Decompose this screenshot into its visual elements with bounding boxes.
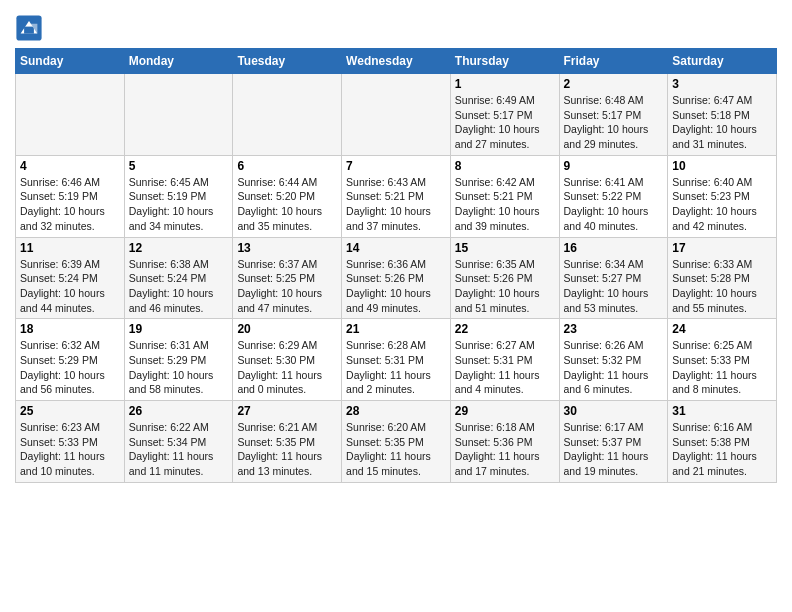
day-info: Sunrise: 6:23 AM Sunset: 5:33 PM Dayligh… [20,420,120,479]
day-info: Sunrise: 6:39 AM Sunset: 5:24 PM Dayligh… [20,257,120,316]
day-info: Sunrise: 6:40 AM Sunset: 5:23 PM Dayligh… [672,175,772,234]
calendar-cell: 2Sunrise: 6:48 AM Sunset: 5:17 PM Daylig… [559,74,668,156]
day-info: Sunrise: 6:45 AM Sunset: 5:19 PM Dayligh… [129,175,229,234]
day-number: 28 [346,404,446,418]
day-number: 6 [237,159,337,173]
weekday-header: Wednesday [342,49,451,74]
day-number: 4 [20,159,120,173]
day-number: 12 [129,241,229,255]
day-number: 8 [455,159,555,173]
calendar-cell [124,74,233,156]
day-info: Sunrise: 6:48 AM Sunset: 5:17 PM Dayligh… [564,93,664,152]
day-number: 26 [129,404,229,418]
day-number: 9 [564,159,664,173]
calendar-cell: 9Sunrise: 6:41 AM Sunset: 5:22 PM Daylig… [559,155,668,237]
weekday-header: Friday [559,49,668,74]
day-number: 19 [129,322,229,336]
day-info: Sunrise: 6:17 AM Sunset: 5:37 PM Dayligh… [564,420,664,479]
day-number: 21 [346,322,446,336]
day-info: Sunrise: 6:25 AM Sunset: 5:33 PM Dayligh… [672,338,772,397]
day-number: 14 [346,241,446,255]
day-info: Sunrise: 6:26 AM Sunset: 5:32 PM Dayligh… [564,338,664,397]
calendar-cell: 24Sunrise: 6:25 AM Sunset: 5:33 PM Dayli… [668,319,777,401]
day-number: 16 [564,241,664,255]
day-number: 30 [564,404,664,418]
calendar-cell: 17Sunrise: 6:33 AM Sunset: 5:28 PM Dayli… [668,237,777,319]
calendar-cell: 19Sunrise: 6:31 AM Sunset: 5:29 PM Dayli… [124,319,233,401]
calendar-table: SundayMondayTuesdayWednesdayThursdayFrid… [15,48,777,483]
logo [15,14,47,42]
day-number: 20 [237,322,337,336]
calendar-cell: 29Sunrise: 6:18 AM Sunset: 5:36 PM Dayli… [450,401,559,483]
weekday-header: Sunday [16,49,125,74]
day-number: 17 [672,241,772,255]
day-info: Sunrise: 6:27 AM Sunset: 5:31 PM Dayligh… [455,338,555,397]
day-number: 2 [564,77,664,91]
day-info: Sunrise: 6:38 AM Sunset: 5:24 PM Dayligh… [129,257,229,316]
calendar-cell: 23Sunrise: 6:26 AM Sunset: 5:32 PM Dayli… [559,319,668,401]
calendar-cell: 1Sunrise: 6:49 AM Sunset: 5:17 PM Daylig… [450,74,559,156]
logo-icon [15,14,43,42]
day-number: 23 [564,322,664,336]
calendar-cell: 28Sunrise: 6:20 AM Sunset: 5:35 PM Dayli… [342,401,451,483]
day-info: Sunrise: 6:37 AM Sunset: 5:25 PM Dayligh… [237,257,337,316]
day-info: Sunrise: 6:42 AM Sunset: 5:21 PM Dayligh… [455,175,555,234]
weekday-header: Tuesday [233,49,342,74]
calendar-cell [342,74,451,156]
day-info: Sunrise: 6:20 AM Sunset: 5:35 PM Dayligh… [346,420,446,479]
day-info: Sunrise: 6:36 AM Sunset: 5:26 PM Dayligh… [346,257,446,316]
day-number: 29 [455,404,555,418]
calendar-cell: 15Sunrise: 6:35 AM Sunset: 5:26 PM Dayli… [450,237,559,319]
day-number: 31 [672,404,772,418]
calendar-cell: 7Sunrise: 6:43 AM Sunset: 5:21 PM Daylig… [342,155,451,237]
day-info: Sunrise: 6:49 AM Sunset: 5:17 PM Dayligh… [455,93,555,152]
weekday-header: Saturday [668,49,777,74]
calendar-cell: 12Sunrise: 6:38 AM Sunset: 5:24 PM Dayli… [124,237,233,319]
calendar-cell: 13Sunrise: 6:37 AM Sunset: 5:25 PM Dayli… [233,237,342,319]
day-info: Sunrise: 6:34 AM Sunset: 5:27 PM Dayligh… [564,257,664,316]
calendar-cell: 11Sunrise: 6:39 AM Sunset: 5:24 PM Dayli… [16,237,125,319]
weekday-header: Thursday [450,49,559,74]
calendar-cell: 21Sunrise: 6:28 AM Sunset: 5:31 PM Dayli… [342,319,451,401]
calendar-cell [16,74,125,156]
calendar-cell: 20Sunrise: 6:29 AM Sunset: 5:30 PM Dayli… [233,319,342,401]
day-number: 11 [20,241,120,255]
calendar-cell: 4Sunrise: 6:46 AM Sunset: 5:19 PM Daylig… [16,155,125,237]
calendar-cell: 14Sunrise: 6:36 AM Sunset: 5:26 PM Dayli… [342,237,451,319]
day-number: 3 [672,77,772,91]
calendar-cell: 26Sunrise: 6:22 AM Sunset: 5:34 PM Dayli… [124,401,233,483]
day-info: Sunrise: 6:18 AM Sunset: 5:36 PM Dayligh… [455,420,555,479]
day-info: Sunrise: 6:33 AM Sunset: 5:28 PM Dayligh… [672,257,772,316]
calendar-cell [233,74,342,156]
calendar-cell: 25Sunrise: 6:23 AM Sunset: 5:33 PM Dayli… [16,401,125,483]
day-number: 13 [237,241,337,255]
day-number: 24 [672,322,772,336]
page-header [15,10,777,42]
day-info: Sunrise: 6:21 AM Sunset: 5:35 PM Dayligh… [237,420,337,479]
day-info: Sunrise: 6:16 AM Sunset: 5:38 PM Dayligh… [672,420,772,479]
day-number: 15 [455,241,555,255]
day-info: Sunrise: 6:43 AM Sunset: 5:21 PM Dayligh… [346,175,446,234]
day-info: Sunrise: 6:29 AM Sunset: 5:30 PM Dayligh… [237,338,337,397]
day-info: Sunrise: 6:47 AM Sunset: 5:18 PM Dayligh… [672,93,772,152]
day-number: 5 [129,159,229,173]
calendar-cell: 18Sunrise: 6:32 AM Sunset: 5:29 PM Dayli… [16,319,125,401]
calendar-cell: 5Sunrise: 6:45 AM Sunset: 5:19 PM Daylig… [124,155,233,237]
day-number: 18 [20,322,120,336]
svg-rect-2 [24,27,34,34]
calendar-cell: 31Sunrise: 6:16 AM Sunset: 5:38 PM Dayli… [668,401,777,483]
calendar-cell: 16Sunrise: 6:34 AM Sunset: 5:27 PM Dayli… [559,237,668,319]
day-number: 22 [455,322,555,336]
day-info: Sunrise: 6:28 AM Sunset: 5:31 PM Dayligh… [346,338,446,397]
calendar-cell: 30Sunrise: 6:17 AM Sunset: 5:37 PM Dayli… [559,401,668,483]
calendar-cell: 22Sunrise: 6:27 AM Sunset: 5:31 PM Dayli… [450,319,559,401]
day-number: 27 [237,404,337,418]
day-info: Sunrise: 6:46 AM Sunset: 5:19 PM Dayligh… [20,175,120,234]
day-info: Sunrise: 6:22 AM Sunset: 5:34 PM Dayligh… [129,420,229,479]
day-number: 1 [455,77,555,91]
day-info: Sunrise: 6:31 AM Sunset: 5:29 PM Dayligh… [129,338,229,397]
calendar-cell: 3Sunrise: 6:47 AM Sunset: 5:18 PM Daylig… [668,74,777,156]
day-number: 25 [20,404,120,418]
day-number: 7 [346,159,446,173]
day-info: Sunrise: 6:35 AM Sunset: 5:26 PM Dayligh… [455,257,555,316]
